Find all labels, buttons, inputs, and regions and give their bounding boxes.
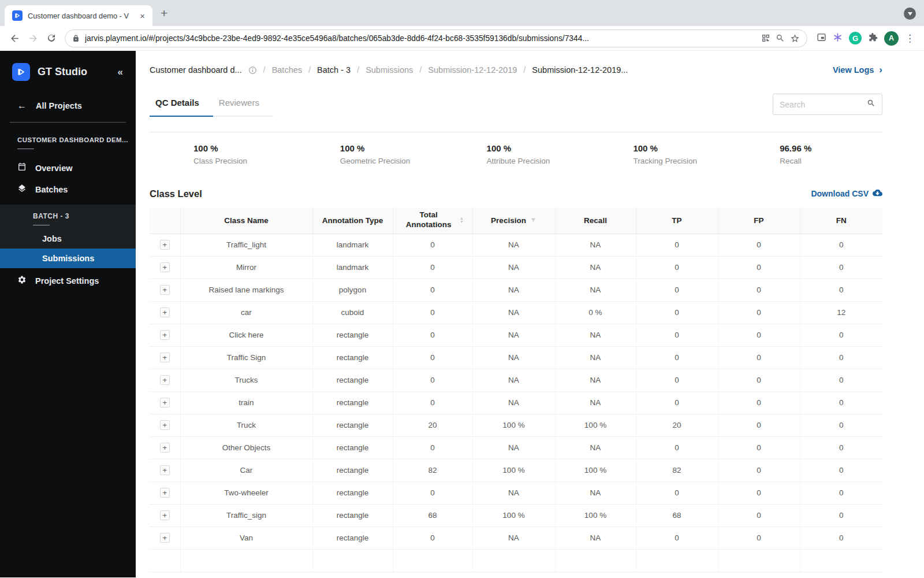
table-cell: 0 <box>636 391 718 414</box>
new-tab-button[interactable]: + <box>161 7 167 19</box>
expand-row-button[interactable]: + <box>160 375 170 385</box>
browser-tab[interactable]: Customer dashboard demo - V × <box>5 5 152 26</box>
table-cell: Van <box>180 527 312 549</box>
sidebar-divider <box>10 122 126 123</box>
extensions-puzzle-icon[interactable] <box>868 32 878 45</box>
grammarly-icon[interactable]: G <box>849 32 862 45</box>
table-cell: 0 <box>636 436 718 459</box>
info-icon[interactable] <box>248 66 257 75</box>
download-csv-button[interactable]: Download CSV <box>811 188 882 199</box>
breadcrumb-item[interactable]: Submissions <box>366 65 413 75</box>
tab-close-icon[interactable]: × <box>138 12 147 20</box>
sort-icon[interactable]: ▲▼ <box>460 217 464 224</box>
table-cell <box>555 549 636 572</box>
table-cell: 100 % <box>472 414 555 436</box>
expand-row-button[interactable]: + <box>160 420 170 430</box>
table-row: +Click hererectangle0NANA000 <box>150 324 882 346</box>
expand-row-button[interactable]: + <box>160 398 170 407</box>
expand-row-button[interactable]: + <box>160 510 170 520</box>
column-header[interactable]: Precision <box>472 208 555 234</box>
sidebar-item-batches[interactable]: Batches <box>0 179 136 200</box>
tab-search-icon[interactable] <box>904 8 916 20</box>
expand-cell: + <box>150 369 180 391</box>
table-cell: 100 % <box>555 414 636 436</box>
class-level-title: Class Level <box>150 188 202 199</box>
table-cell <box>312 549 393 572</box>
all-projects-link[interactable]: ← All Projects <box>17 101 136 111</box>
tab-reviewers[interactable]: Reviewers <box>213 94 273 116</box>
table-cell: Traffic_light <box>180 234 312 256</box>
expand-row-button[interactable]: + <box>160 533 170 543</box>
lock-icon <box>72 35 80 42</box>
view-logs-button[interactable]: View Logs › <box>833 64 882 76</box>
forward-icon[interactable] <box>24 29 42 47</box>
profile-avatar[interactable]: A <box>884 31 899 46</box>
sidebar-collapse-icon[interactable]: « <box>118 66 128 78</box>
table-cell: 0 <box>718 481 800 504</box>
main-content: Customer dashboard d.../Batches/Batch - … <box>136 51 924 577</box>
filter-icon[interactable] <box>530 217 536 224</box>
table-cell: Mirror <box>180 256 312 279</box>
sidebar-item-submissions[interactable]: Submissions <box>0 249 136 268</box>
sidebar-item-project-settings[interactable]: Project Settings <box>0 270 136 291</box>
table-cell: 0 <box>718 369 800 391</box>
expand-row-button[interactable]: + <box>160 353 170 362</box>
search-box[interactable] <box>773 94 882 115</box>
table-cell: rectangle <box>312 369 393 391</box>
zoom-icon[interactable] <box>776 34 785 43</box>
breadcrumb-item[interactable]: Batches <box>272 65 302 75</box>
table-cell <box>180 549 312 572</box>
expand-row-button[interactable]: + <box>160 443 170 453</box>
breadcrumb-item[interactable]: Submission-12-12-2019 <box>428 65 517 75</box>
breadcrumb-item[interactable]: Submission-12-12-2019... <box>532 65 628 75</box>
expand-row-button[interactable]: + <box>160 307 170 317</box>
table-cell: 100 % <box>472 459 555 481</box>
table-cell: NA <box>472 391 555 414</box>
table-cell: 68 <box>636 504 718 527</box>
sidebar-item-overview[interactable]: Overview <box>0 157 136 179</box>
column-header <box>150 208 180 234</box>
table-cell: rectangle <box>312 527 393 549</box>
sidebar-item-jobs[interactable]: Jobs <box>0 229 136 249</box>
expand-row-button[interactable]: + <box>160 330 170 340</box>
table-row: +Other Objectsrectangle0NANA000 <box>150 436 882 459</box>
project-name: CUSTOMER DASHBOARD DEM... <box>17 136 126 143</box>
table-cell: 0 <box>718 391 800 414</box>
column-header-label: Class Name <box>224 216 269 225</box>
expand-row-button[interactable]: + <box>160 488 170 498</box>
table-cell: 82 <box>636 459 718 481</box>
url-bar[interactable]: jarvis.playment.io/#/projects/34c9bcbe-2… <box>65 29 807 47</box>
table-cell: 0 <box>718 301 800 324</box>
all-projects-label: All Projects <box>36 101 82 110</box>
search-input[interactable] <box>780 100 862 109</box>
table-cell: NA <box>555 234 636 256</box>
breadcrumb-item[interactable]: Batch - 3 <box>317 65 351 75</box>
reload-icon[interactable] <box>43 29 60 47</box>
extension-asterisk-icon[interactable] <box>833 32 843 45</box>
extension-row: G A ⋮ <box>812 31 918 46</box>
expand-row-button[interactable]: + <box>160 240 170 250</box>
table-cell: NA <box>472 481 555 504</box>
table-cell: 0 <box>800 459 882 481</box>
table-cell: 0 <box>393 279 472 301</box>
column-header[interactable]: Total Annotations▲▼ <box>393 208 472 234</box>
expand-row-button[interactable]: + <box>160 285 170 295</box>
browser-menu-icon[interactable]: ⋮ <box>905 32 915 45</box>
bookmark-star-icon[interactable] <box>790 34 800 43</box>
table-cell <box>150 549 180 572</box>
expand-row-button[interactable]: + <box>160 262 170 272</box>
table-cell: Other Objects <box>180 436 312 459</box>
search-icon[interactable] <box>867 99 875 110</box>
expand-row-button[interactable]: + <box>160 465 170 475</box>
table-cell: 0 <box>800 256 882 279</box>
breadcrumb-item[interactable]: Customer dashboard d... <box>150 65 242 75</box>
table-cell: rectangle <box>312 481 393 504</box>
qr-code-icon[interactable] <box>761 34 770 43</box>
table-cell: 0 <box>636 279 718 301</box>
media-panel-icon[interactable] <box>817 32 826 45</box>
table-cell: train <box>180 391 312 414</box>
back-icon[interactable] <box>6 29 23 47</box>
table-cell: 20 <box>393 414 472 436</box>
tab-qc-details[interactable]: QC Details <box>150 94 213 117</box>
table-cell: 0 <box>393 481 472 504</box>
